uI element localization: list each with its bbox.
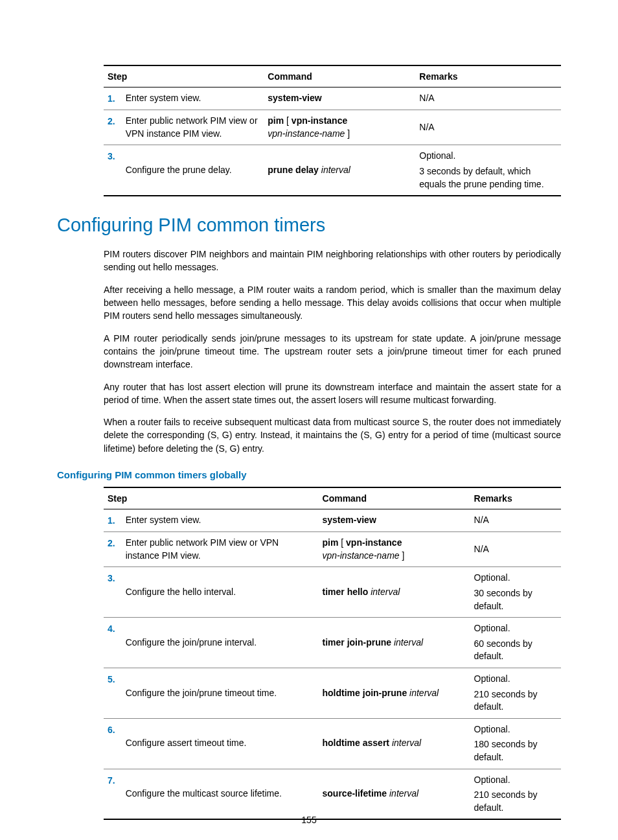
step-command: source-lifetime interval <box>319 769 470 819</box>
paragraph: After receiving a hello message, a PIM r… <box>104 283 561 323</box>
step-desc: Configure assert timeout time. <box>122 718 319 769</box>
step-remarks: N/A <box>470 532 561 567</box>
table-row: 1. Enter system view. system-view N/A <box>104 509 561 532</box>
paragraph: Any router that has lost assert election… <box>104 380 561 407</box>
step-number: 6. <box>104 718 122 769</box>
table-row: 3. Configure the hello interval. timer h… <box>104 567 561 618</box>
table-prune-delay: Step Command Remarks 1. Enter system vie… <box>104 65 561 196</box>
step-command: holdtime join-prune interval <box>319 668 470 718</box>
col-remarks: Remarks <box>470 487 561 509</box>
paragraph: PIM routers discover PIM neighbors and m… <box>104 248 561 274</box>
step-command: holdtime assert interval <box>319 718 470 769</box>
table-row: 2. Enter public network PIM view or VPN … <box>104 532 561 567</box>
step-number: 2. <box>104 532 122 567</box>
step-number: 7. <box>104 769 122 819</box>
step-desc: Configure the join/prune timeout time. <box>122 668 319 718</box>
step-command: prune delay interval <box>264 145 415 196</box>
step-command: system-view <box>264 87 415 110</box>
step-number: 1. <box>104 87 122 110</box>
step-remarks: Optional.60 seconds by default. <box>470 618 561 668</box>
section-heading: Configuring PIM common timers <box>57 215 561 236</box>
step-remarks: N/A <box>415 87 561 110</box>
col-remarks: Remarks <box>415 65 561 87</box>
step-command: pim [ vpn-instancevpn-instance-name ] <box>319 532 470 567</box>
page-number: 155 <box>0 815 618 825</box>
step-desc: Configure the join/prune interval. <box>122 618 319 668</box>
step-desc: Enter public network PIM view or VPN ins… <box>122 110 264 145</box>
step-number: 3. <box>104 145 122 196</box>
col-command: Command <box>264 65 415 87</box>
table-row: 3. Configure the prune delay. prune dela… <box>104 145 561 196</box>
table-row: 2. Enter public network PIM view or VPN … <box>104 110 561 145</box>
step-desc: Enter system view. <box>122 509 319 532</box>
step-remarks: Optional.30 seconds by default. <box>470 567 561 618</box>
step-remarks: N/A <box>470 509 561 532</box>
step-desc: Enter public network PIM view or VPN ins… <box>122 532 319 567</box>
col-step: Step <box>104 487 319 509</box>
paragraph: When a router fails to receive subsequen… <box>104 415 561 455</box>
step-remarks: N/A <box>415 110 561 145</box>
step-desc: Enter system view. <box>122 87 264 110</box>
step-command: timer join-prune interval <box>319 618 470 668</box>
step-number: 3. <box>104 567 122 618</box>
step-remarks: Optional.3 seconds by default, which equ… <box>415 145 561 196</box>
step-number: 5. <box>104 668 122 718</box>
step-command: timer hello interval <box>319 567 470 618</box>
step-remarks: Optional.210 seconds by default. <box>470 769 561 819</box>
table-row: 5. Configure the join/prune timeout time… <box>104 668 561 718</box>
subsection-heading: Configuring PIM common timers globally <box>57 469 561 480</box>
paragraph: A PIM router periodically sends join/pru… <box>104 332 561 371</box>
step-number: 1. <box>104 509 122 532</box>
step-number: 4. <box>104 618 122 668</box>
step-remarks: Optional.210 seconds by default. <box>470 668 561 718</box>
step-command: pim [ vpn-instancevpn-instance-name ] <box>264 110 415 145</box>
step-number: 2. <box>104 110 122 145</box>
table-row: 7. Configure the multicast source lifeti… <box>104 769 561 819</box>
step-desc: Configure the multicast source lifetime. <box>122 769 319 819</box>
col-command: Command <box>319 487 470 509</box>
table-row: 6. Configure assert timeout time. holdti… <box>104 718 561 769</box>
step-desc: Configure the hello interval. <box>122 567 319 618</box>
step-remarks: Optional.180 seconds by default. <box>470 718 561 769</box>
table-row: 4. Configure the join/prune interval. ti… <box>104 618 561 668</box>
step-desc: Configure the prune delay. <box>122 145 264 196</box>
table-common-timers: Step Command Remarks 1. Enter system vie… <box>104 487 561 820</box>
step-command: system-view <box>319 509 470 532</box>
col-step: Step <box>104 65 264 87</box>
table-row: 1. Enter system view. system-view N/A <box>104 87 561 110</box>
